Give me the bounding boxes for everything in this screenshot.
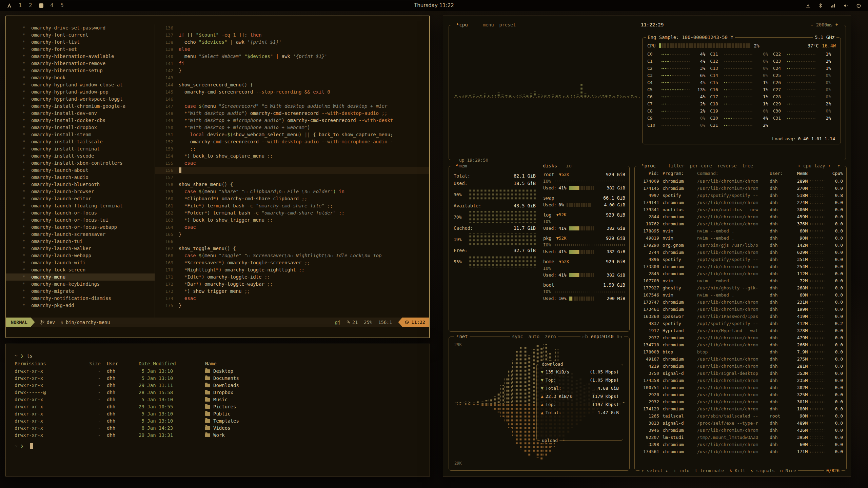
process-row[interactable]: 174129chromium/usr/lib/chromium/chromdhh… [638,405,843,412]
bluetooth-icon[interactable] [818,3,823,8]
code-line[interactable]: 154 *) back_to show_capture_menu ;; [155,152,429,160]
file-item[interactable]: *omarchy-install-steam [6,131,155,138]
file-item[interactable]: *omarchy-launch-floating-terminal [6,202,155,209]
network-icon[interactable] [830,3,836,8]
code-line[interactable]: 163 *) back_to show_trigger_menu ;; [155,217,429,224]
code-line[interactable]: 165} [155,231,429,238]
process-row[interactable]: 107546nvimnvim --embed .dhh60M0.0 [638,291,843,299]
code-line[interactable]: 156} [155,167,429,174]
code-line[interactable]: 168 case $(menu "Toggle" "◻ Screensaver\… [155,252,429,259]
filter-button[interactable]: filter [668,163,685,169]
process-row[interactable]: 92207lm-studi/tmp/.mount_lmstudw3AZQdhh3… [638,434,843,441]
Kill-key[interactable]: k Kill [729,467,745,474]
proc-box-title[interactable]: ⁴proc [639,163,657,169]
process-row[interactable]: 4837spotify/opt/spotify/spotify --dhh412… [638,320,843,327]
process-row[interactable]: 2977chromium/usr/lib/chromium/chromdhh47… [638,334,843,341]
file-item[interactable]: *omarchy-pkg-add [6,302,155,309]
process-row[interactable]: 107703nvimnvim --embed .dhh72M0.0 [638,277,843,284]
process-row[interactable]: 49819nvimnvim --embed .dhh90M0.0 [638,235,843,242]
menu-button[interactable]: menu [483,22,494,28]
code-line[interactable]: 170 *Nightlight*) omarchy-toggle-nightli… [155,266,429,273]
process-row[interactable]: 1265tailscal/usr/sbin/tailscaled --root9… [638,412,843,420]
process-row[interactable]: 10762chromium/usr/lib/chromium/chromdhh3… [638,220,843,227]
signals-key[interactable]: s signals [751,467,774,474]
file-item[interactable]: *omarchy-hyprland-window-close-al [6,81,155,88]
file-item[interactable]: *omarchy-install-chromium-google-a [6,103,155,110]
code-line[interactable]: 162 *Folder*) terminal bash -c "omarchy-… [155,209,429,217]
code-line[interactable]: 157 [155,174,429,181]
file-item[interactable]: *omarchy-install-xbox-controllers [6,160,155,167]
process-row[interactable]: 3946chromium/usr/lib/chromium/chromdhh42… [638,427,843,434]
process-row[interactable]: 4219chromium/usr/lib/chromium/chromdhh28… [638,363,843,370]
zero-button[interactable]: zero [545,333,556,340]
code-line[interactable]: 136 [155,24,429,32]
code-line[interactable]: 150 *"With desktop + microphone audio + … [155,124,429,131]
file-item[interactable]: *omarchy-hibernation-available [6,53,155,60]
select-↓-key[interactable]: ↑ select ↓ [642,467,668,474]
file-item[interactable]: *omarchy-launch-about [6,167,155,174]
code-line[interactable]: 167show_toggle_menu() { [155,245,429,252]
process-row[interactable]: 2744chromium/usr/lib/chromium/chromdhh62… [638,249,843,256]
file-item[interactable]: *omarchy-install-vscode [6,152,155,160]
file-item[interactable]: *omarchy-lock-screen [6,266,155,273]
code-line[interactable]: 147 case $(menu "Screenrecord" "◻ With d… [155,103,429,110]
file-item[interactable]: *omarchy-hyprland-window-pop [6,88,155,96]
process-row[interactable]: 134710chromium/usr/lib/chromium/chromdhh… [638,341,843,348]
file-item[interactable]: *omarchy-font-current [6,32,155,39]
process-row[interactable]: 177927ghostty/usr/bin/ghostty --gtk-dhh2… [638,284,843,291]
process-row[interactable]: 179341nautilus/usr/bin/nautilus --newdhh… [638,206,843,213]
code-line[interactable]: 153 ;; [155,145,429,152]
workspace-5[interactable]: 5 [60,2,64,8]
process-row[interactable]: 2920chromium/usr/lib/chromium/chromdhh32… [638,391,843,398]
file-item[interactable]: *omarchy-launch-editor [6,195,155,202]
code-line[interactable]: 173 *) show_trigger_menu ;; [155,288,429,295]
code-line[interactable]: 158show_share_menu() { [155,181,429,188]
power-icon[interactable] [856,3,861,8]
file-item[interactable]: *omarchy-migrate [6,288,155,295]
disks-title[interactable]: disks [541,163,559,169]
mem-box-title[interactable]: ²mem [454,163,469,169]
code-line[interactable]: 139else [155,46,429,53]
process-row[interactable]: 4997spotify/opt/spotify/spotify --dhh518… [638,192,843,199]
process-row[interactable]: 173300chromium/usr/lib/chromium/chromdhh… [638,263,843,270]
process-row[interactable]: 174145chromium/usr/lib/chromium/chromdhh… [638,185,843,192]
process-row[interactable]: 174358chromium/usr/lib/chromium/chromdhh… [638,377,843,384]
file-item[interactable]: *omarchy-drive-set-password [6,24,155,32]
file-item[interactable]: *omarchy-launch-audio [6,174,155,181]
process-row[interactable]: 178003btopbtopdhh7.9M0.0 [638,348,843,355]
file-item[interactable]: *omarchy-menu-keybindings [6,281,155,288]
file-item[interactable]: *omarchy-launch-bluetooth [6,181,155,188]
volume-icon[interactable] [843,3,849,8]
terminal-window[interactable]: ~❯ls Permissions Size User Date Modified… [5,344,430,476]
code-line[interactable]: 164 esac [155,224,429,231]
net-interface[interactable]: ←b enp191s0 n→ [580,333,624,340]
file-item[interactable]: *omarchy-launch-webapp [6,252,155,259]
update-icon[interactable] [806,3,811,8]
process-row[interactable]: 173747chromium/usr/lib/chromium/chromdhh… [638,299,843,306]
editor-buffer[interactable]: 136137if [[ "$count" -eq 1 ]]; then138 e… [155,24,429,318]
code-line[interactable]: 160 *Clipboard*) omarchy-cmd-share clipb… [155,195,429,202]
code-line[interactable]: 148 *"With desktop audio") omarchy-cmd-s… [155,110,429,117]
code-line[interactable]: 159 case $(menu "Share" "◻ Clipboard\n◻ … [155,188,429,195]
reverse-button[interactable]: reverse [717,163,737,169]
process-row[interactable]: 2932chromium/usr/lib/chromium/chromdhh30… [638,398,843,405]
os-logo-icon[interactable] [7,3,12,8]
prompt-line-2[interactable]: ~❯ [15,442,421,450]
code-line[interactable]: 172 *Bar*) omarchy-toggle-waybar ;; [155,281,429,288]
file-item[interactable]: *omarchy-install-terminal [6,145,155,152]
sort-selector[interactable]: ‹ cpu lazy › [795,163,833,169]
process-row[interactable]: 174561chromium/usr/lib/chromium/chromdhh… [638,448,843,455]
info-key[interactable]: i info [673,467,689,474]
code-line[interactable]: 175} [155,302,429,309]
Nice-key[interactable]: n Nice [780,467,796,474]
process-row[interactable]: 179290org.gnom/usr/bin/gjs /usr/lib/odhh… [638,242,843,249]
process-row[interactable]: 4896spotify/opt/spotify/spotify --dhh351… [638,256,843,263]
process-row[interactable]: 1917Hyprland/usr/bin/Hyprland --watdhh37… [638,327,843,334]
code-line[interactable]: 155 esac [155,160,429,167]
code-line[interactable]: 140 menu "Select Webcam" "$devices" | aw… [155,53,429,60]
process-row[interactable]: 174009chromium/usr/lib/chromium/chromdhh… [638,178,843,185]
process-row[interactable]: 2845chromium/usr/lib/chromium/chromdhh11… [638,270,843,277]
code-line[interactable]: 146 [155,96,429,103]
update-interval[interactable]: - 2000ms + [809,22,840,28]
code-line[interactable]: 142} [155,67,429,74]
